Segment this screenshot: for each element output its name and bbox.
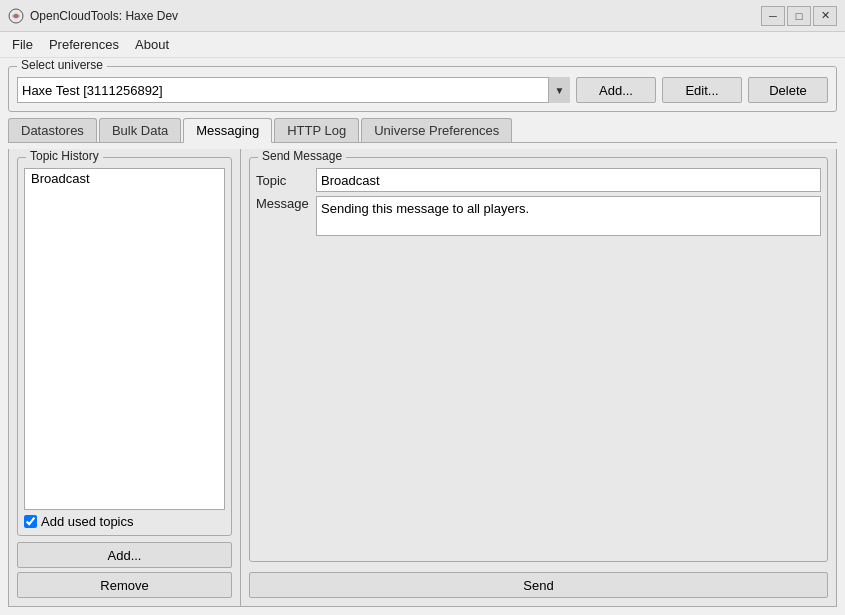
tab-content: Topic History Broadcast Add used topics … [8,149,837,607]
message-label: Message [256,196,316,211]
main-content: Select universe Haxe Test [3111256892] ▼… [0,58,845,615]
universe-dropdown[interactable]: Haxe Test [3111256892] [17,77,570,103]
right-panel: Send Message Topic Message Send [241,149,836,606]
menu-item-about[interactable]: About [127,34,177,55]
tab-bulk-data[interactable]: Bulk Data [99,118,181,142]
title-bar: OpenCloudTools: Haxe Dev ─ □ ✕ [0,0,845,32]
topic-list-item[interactable]: Broadcast [25,169,224,188]
left-panel-buttons: Add... Remove [17,542,232,598]
svg-point-1 [14,14,18,18]
topic-history-group: Topic History Broadcast Add used topics [17,157,232,536]
topic-label: Topic [256,173,316,188]
universe-group: Select universe Haxe Test [3111256892] ▼… [8,66,837,112]
minimize-button[interactable]: ─ [761,6,785,26]
add-used-topics-checkbox-label: Add used topics [41,514,134,529]
send-button[interactable]: Send [249,572,828,598]
add-used-topics-row: Add used topics [24,514,225,529]
edit-universe-button[interactable]: Edit... [662,77,742,103]
app-icon [8,8,24,24]
remove-topic-button[interactable]: Remove [17,572,232,598]
tab-universe-preferences[interactable]: Universe Preferences [361,118,512,142]
tab-datastores[interactable]: Datastores [8,118,97,142]
menu-item-file[interactable]: File [4,34,41,55]
universe-dropdown-wrapper: Haxe Test [3111256892] ▼ [17,77,570,103]
title-text: OpenCloudTools: Haxe Dev [30,9,178,23]
delete-universe-button[interactable]: Delete [748,77,828,103]
left-panel: Topic History Broadcast Add used topics … [9,149,241,606]
topic-input[interactable] [316,168,821,192]
tab-http-log[interactable]: HTTP Log [274,118,359,142]
close-button[interactable]: ✕ [813,6,837,26]
send-message-group: Send Message Topic Message [249,157,828,562]
tab-messaging[interactable]: Messaging [183,118,272,143]
topic-history-label: Topic History [26,149,103,163]
add-used-topics-checkbox[interactable] [24,515,37,528]
add-topic-button[interactable]: Add... [17,542,232,568]
add-universe-button[interactable]: Add... [576,77,656,103]
tabs-container: Datastores Bulk Data Messaging HTTP Log … [8,118,837,143]
topic-row: Topic [256,168,821,192]
universe-group-label: Select universe [17,58,107,72]
universe-row: Haxe Test [3111256892] ▼ Add... Edit... … [17,77,828,103]
maximize-button[interactable]: □ [787,6,811,26]
message-row: Message [256,196,821,555]
send-button-row: Send [249,572,828,598]
menu-item-preferences[interactable]: Preferences [41,34,127,55]
send-message-label: Send Message [258,149,346,163]
message-textarea[interactable] [316,196,821,236]
title-bar-controls: ─ □ ✕ [761,6,837,26]
topic-list[interactable]: Broadcast [24,168,225,510]
menu-bar: File Preferences About [0,32,845,58]
